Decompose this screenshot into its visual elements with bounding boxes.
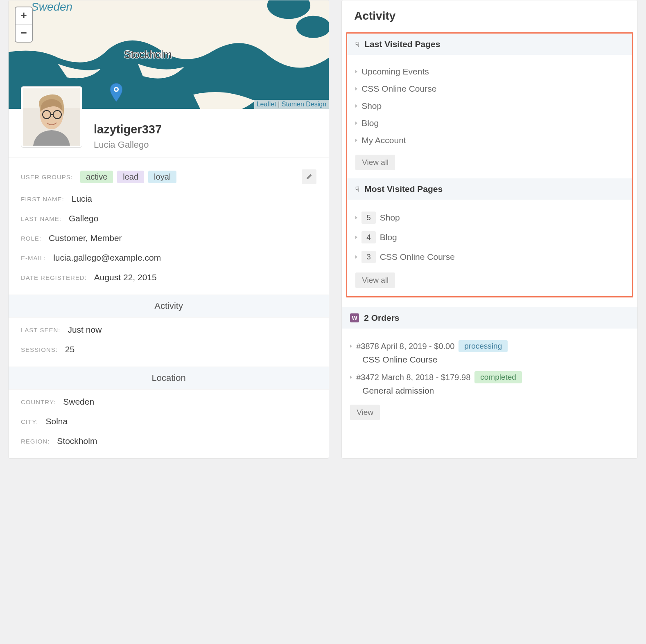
list-item[interactable]: Shop: [355, 97, 624, 115]
caret-icon: [355, 87, 357, 90]
svg-point-4: [115, 88, 117, 91]
tag-lead[interactable]: lead: [117, 171, 144, 183]
date-registered-value: August 22, 2015: [94, 272, 157, 282]
count-badge: 3: [361, 251, 376, 263]
list-item[interactable]: 3CSS Online Course: [355, 247, 624, 267]
last-name-label: Last Name:: [21, 215, 61, 222]
city-label: City:: [21, 418, 38, 425]
tag-loyal[interactable]: loyal: [148, 171, 176, 183]
region-value: Stockholm: [57, 436, 97, 446]
activity-section-heading: Activity: [9, 295, 329, 317]
last-visited-heading: ☟ Last Visited Pages: [347, 34, 632, 55]
location-section-heading: Location: [9, 367, 329, 390]
map-attribution: Leaflet | Stamen Design: [254, 100, 329, 109]
list-item[interactable]: CSS Online Course: [355, 80, 624, 97]
city-value: Solna: [46, 417, 68, 426]
country-value: Sweden: [63, 397, 94, 407]
list-item[interactable]: Upcoming Events: [355, 63, 624, 80]
caret-icon: [350, 345, 352, 348]
zoom-out-button[interactable]: −: [16, 25, 32, 42]
caret-icon: [355, 139, 357, 142]
pointer-icon: ☟: [355, 185, 359, 193]
highlighted-section: ☟ Last Visited Pages Upcoming Events CSS…: [346, 32, 633, 297]
avatar[interactable]: [21, 86, 82, 148]
role-label: Role:: [21, 235, 41, 242]
most-visited-heading: ☟ Most Visited Pages: [347, 178, 632, 200]
region-label: Region:: [21, 438, 50, 445]
user-groups-tags: active lead loyal: [80, 171, 176, 183]
date-registered-label: Date Registered:: [21, 274, 87, 281]
email-value: lucia.gallego@example.com: [53, 253, 161, 263]
count-badge: 5: [361, 212, 376, 224]
map-marker-icon[interactable]: [110, 35, 122, 54]
last-seen-value: Just now: [68, 325, 102, 335]
activity-card: Activity ☟ Last Visited Pages Upcoming E…: [341, 0, 638, 459]
last-name-value: Gallego: [69, 214, 98, 223]
edit-button[interactable]: [302, 169, 316, 184]
list-item[interactable]: 4Blog: [355, 227, 624, 247]
order-description: General admission: [350, 383, 629, 396]
last-visited-list: Upcoming Events CSS Online Course Shop B…: [355, 63, 624, 149]
user-groups-label: User Groups:: [21, 173, 73, 180]
last-seen-label: Last Seen:: [21, 327, 60, 333]
status-badge: completed: [474, 371, 522, 383]
sessions-value: 25: [65, 345, 75, 354]
pencil-icon: [306, 173, 312, 180]
tag-active[interactable]: active: [80, 171, 113, 183]
order-item[interactable]: #3878 April 8, 2019 - $0.00processing CS…: [350, 337, 629, 368]
role-value: Customer, Member: [49, 233, 122, 243]
email-label: E-mail:: [21, 254, 46, 261]
view-all-button[interactable]: View all: [355, 272, 395, 288]
country-label: Country:: [21, 399, 56, 405]
pointer-icon: ☟: [355, 41, 359, 48]
list-item[interactable]: My Account: [355, 132, 624, 149]
profile-header: lazytiger337 Lucia Gallego: [9, 109, 329, 158]
map-city-label: Stockholm: [124, 49, 172, 61]
zoom-in-button[interactable]: +: [16, 7, 32, 25]
order-description: CSS Online Course: [350, 352, 629, 365]
view-button[interactable]: View: [350, 405, 380, 420]
activity-title: Activity: [342, 0, 637, 32]
profile-card: Sweden + − Stockholm Leaflet | Stamen De…: [8, 0, 329, 459]
most-visited-list: 5Shop 4Blog 3CSS Online Course: [355, 208, 624, 267]
order-item[interactable]: #3472 March 8, 2018 - $179.98completed G…: [350, 368, 629, 399]
caret-icon: [355, 216, 357, 219]
first-name-value: Lucia: [72, 194, 92, 204]
count-badge: 4: [361, 231, 376, 243]
username: lazytiger337: [94, 123, 162, 136]
list-item[interactable]: Blog: [355, 115, 624, 132]
caret-icon: [355, 236, 357, 239]
zoom-controls: + −: [15, 7, 33, 43]
status-badge: processing: [459, 340, 508, 352]
caret-icon: [355, 70, 357, 73]
first-name-label: First Name:: [21, 196, 64, 203]
real-name: Lucia Gallego: [94, 140, 162, 150]
orders-heading: W 2 Orders: [342, 307, 637, 329]
map-country-label: Sweden: [31, 0, 72, 14]
view-all-button[interactable]: View all: [355, 155, 395, 170]
caret-icon: [355, 104, 357, 108]
caret-icon: [350, 376, 352, 379]
caret-icon: [355, 122, 357, 125]
caret-icon: [355, 255, 357, 259]
sessions-label: Sessions:: [21, 346, 58, 353]
stamen-link[interactable]: Stamen Design: [282, 101, 326, 108]
list-item[interactable]: 5Shop: [355, 208, 624, 227]
woocommerce-icon: W: [350, 313, 359, 322]
leaflet-link[interactable]: Leaflet: [257, 101, 276, 108]
